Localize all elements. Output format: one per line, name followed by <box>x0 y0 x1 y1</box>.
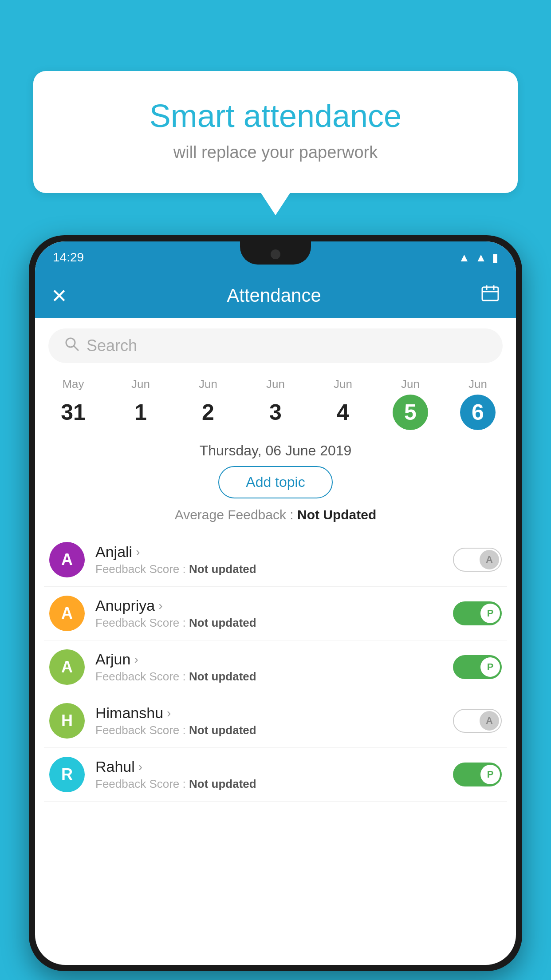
svg-line-5 <box>74 346 78 350</box>
cal-month: Jun <box>242 377 309 391</box>
cal-date[interactable]: 2 <box>190 395 226 430</box>
cal-date[interactable]: 1 <box>123 395 158 430</box>
avatar: A <box>49 596 85 631</box>
avg-feedback: Average Feedback : Not Updated <box>35 507 516 522</box>
cal-month: Jun <box>107 377 174 391</box>
student-feedback: Feedback Score : Not updated <box>95 670 442 684</box>
cal-date[interactable]: 6 <box>460 395 496 430</box>
phone-inner: 14:29 ▲ ▲ ▮ ✕ Attendance <box>35 241 516 965</box>
status-time: 14:29 <box>53 250 84 265</box>
cal-month: Jun <box>377 377 444 391</box>
attendance-toggle[interactable]: A <box>453 709 502 733</box>
student-name: Rahul › <box>95 758 442 775</box>
avatar: R <box>49 757 85 792</box>
chevron-icon: › <box>134 652 138 667</box>
cal-date[interactable]: 4 <box>325 395 361 430</box>
avatar: A <box>49 649 85 685</box>
student-name: Himanshu › <box>95 704 442 722</box>
avg-feedback-label: Average Feedback : <box>175 507 294 522</box>
attendance-toggle[interactable]: P <box>453 655 502 679</box>
student-row[interactable]: HHimanshu ›Feedback Score : Not updatedA <box>44 694 507 748</box>
student-info: Anupriya ›Feedback Score : Not updated <box>95 597 442 630</box>
student-name: Anjali › <box>95 543 442 561</box>
student-row[interactable]: RRahul ›Feedback Score : Not updatedP <box>44 748 507 802</box>
student-feedback: Feedback Score : Not updated <box>95 562 442 576</box>
student-name: Arjun › <box>95 651 442 668</box>
chevron-icon: › <box>167 706 171 720</box>
avatar: A <box>49 542 85 577</box>
speech-bubble-container: Smart attendance will replace your paper… <box>33 71 518 193</box>
phone-frame: 14:29 ▲ ▲ ▮ ✕ Attendance <box>29 235 522 971</box>
student-info: Himanshu ›Feedback Score : Not updated <box>95 704 442 737</box>
close-button[interactable]: ✕ <box>51 285 67 307</box>
student-info: Arjun ›Feedback Score : Not updated <box>95 651 442 684</box>
cal-date[interactable]: 31 <box>55 395 91 430</box>
cal-month: Jun <box>174 377 242 391</box>
student-row[interactable]: AAnjali ›Feedback Score : Not updatedA <box>44 533 507 587</box>
student-feedback: Feedback Score : Not updated <box>95 723 442 737</box>
status-icons: ▲ ▲ ▮ <box>459 251 498 265</box>
student-row[interactable]: AAnupriya ›Feedback Score : Not updatedP <box>44 587 507 640</box>
calendar-day[interactable]: Jun2 <box>174 377 242 430</box>
calendar-day[interactable]: Jun1 <box>107 377 174 430</box>
cal-month: May <box>39 377 107 391</box>
student-list: AAnjali ›Feedback Score : Not updatedAAA… <box>35 533 516 802</box>
toolbar-title: Attendance <box>81 285 467 306</box>
cal-date[interactable]: 3 <box>258 395 293 430</box>
battery-icon: ▮ <box>492 251 498 265</box>
app-toolbar: ✕ Attendance <box>35 273 516 318</box>
student-info: Rahul ›Feedback Score : Not updated <box>95 758 442 791</box>
signal-icon: ▲ <box>475 251 487 265</box>
bubble-title: Smart attendance <box>69 98 482 134</box>
camera-dot <box>271 249 280 259</box>
status-bar: 14:29 ▲ ▲ ▮ <box>35 241 516 273</box>
student-feedback: Feedback Score : Not updated <box>95 777 442 791</box>
chevron-icon: › <box>136 545 140 559</box>
search-icon <box>64 336 79 355</box>
cal-month: Jun <box>444 377 512 391</box>
calendar-day[interactable]: Jun3 <box>242 377 309 430</box>
student-name: Anupriya › <box>95 597 442 614</box>
chevron-icon: › <box>138 760 142 774</box>
calendar-day[interactable]: Jun5 <box>377 377 444 430</box>
bubble-subtitle: will replace your paperwork <box>69 143 482 162</box>
avatar: H <box>49 703 85 739</box>
search-bar[interactable]: Search <box>48 328 503 363</box>
calendar-day[interactable]: Jun4 <box>309 377 377 430</box>
attendance-toggle[interactable]: P <box>453 601 502 625</box>
student-feedback: Feedback Score : Not updated <box>95 616 442 630</box>
chevron-icon: › <box>158 599 162 613</box>
wifi-icon: ▲ <box>459 251 470 265</box>
calendar-icon[interactable] <box>480 284 500 308</box>
speech-bubble: Smart attendance will replace your paper… <box>33 71 518 193</box>
calendar-day[interactable]: May31 <box>39 377 107 430</box>
calendar-strip: May31Jun1Jun2Jun3Jun4Jun5Jun6 <box>35 370 516 430</box>
notch <box>240 241 311 265</box>
selected-date-label: Thursday, 06 June 2019 <box>35 443 516 459</box>
cal-date[interactable]: 5 <box>393 395 428 430</box>
cal-month: Jun <box>309 377 377 391</box>
search-input-label: Search <box>87 336 137 355</box>
attendance-toggle[interactable]: A <box>453 548 502 572</box>
avg-feedback-value: Not Updated <box>297 507 376 522</box>
add-topic-button[interactable]: Add topic <box>218 466 332 498</box>
student-row[interactable]: AArjun ›Feedback Score : Not updatedP <box>44 640 507 694</box>
attendance-toggle[interactable]: P <box>453 763 502 786</box>
student-info: Anjali ›Feedback Score : Not updated <box>95 543 442 576</box>
svg-rect-0 <box>482 287 498 300</box>
calendar-day[interactable]: Jun6 <box>444 377 512 430</box>
